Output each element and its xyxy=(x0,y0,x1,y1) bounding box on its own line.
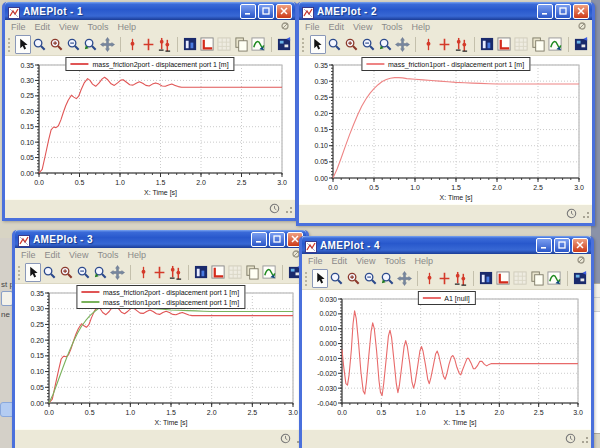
copy-icon[interactable] xyxy=(233,35,250,54)
pointer-tool-icon[interactable] xyxy=(25,263,41,282)
cursor-marker-icon[interactable] xyxy=(135,263,151,282)
close-button[interactable] xyxy=(276,4,292,19)
add-marker-icon[interactable] xyxy=(437,269,452,288)
grid-icon[interactable] xyxy=(216,35,233,54)
toolbar-handle[interactable] xyxy=(8,38,12,52)
menu-edit[interactable]: Edit xyxy=(329,22,345,32)
two-markers-icon[interactable] xyxy=(156,35,173,54)
export-curve-icon[interactable] xyxy=(261,263,278,282)
legend[interactable]: A1 [null] xyxy=(417,291,475,305)
linear-axis-icon[interactable] xyxy=(199,35,216,54)
menu-edit[interactable]: Edit xyxy=(35,22,51,32)
minimize-button[interactable] xyxy=(536,238,552,253)
pan-icon[interactable] xyxy=(394,35,411,54)
copy-icon[interactable] xyxy=(529,269,546,288)
close-button[interactable] xyxy=(572,238,588,253)
zoom-out-icon[interactable] xyxy=(362,269,379,288)
legend[interactable]: mass_friction2port - displacement port 1… xyxy=(76,285,245,309)
clock-icon[interactable] xyxy=(269,200,280,218)
add-marker-icon[interactable] xyxy=(151,263,167,282)
legend-entry[interactable]: mass_friction1port - displacement port 1… xyxy=(366,59,524,69)
titlebar[interactable]: AMEPlot - 4 xyxy=(302,236,591,254)
zoom-out-icon[interactable] xyxy=(360,35,377,54)
copy-icon[interactable] xyxy=(244,263,261,282)
menu-tools[interactable]: Tools xyxy=(381,22,402,32)
zoom-previous-icon[interactable] xyxy=(377,35,394,54)
menu-view[interactable]: View xyxy=(353,22,372,32)
menu-help[interactable]: Help xyxy=(414,256,433,266)
menu-file[interactable]: File xyxy=(308,256,323,266)
toolbar-handle[interactable] xyxy=(302,38,307,52)
menu-file[interactable]: File xyxy=(11,22,26,32)
menu-help[interactable]: Help xyxy=(411,22,430,32)
plot-setup-icon[interactable] xyxy=(193,263,210,282)
legend-entry[interactable]: mass_friction1port - displacement port 1… xyxy=(81,297,239,307)
close-button[interactable] xyxy=(573,4,589,19)
plot-manager-icon[interactable] xyxy=(572,269,589,288)
cursor-marker-icon[interactable] xyxy=(125,35,141,54)
add-marker-icon[interactable] xyxy=(141,35,157,54)
menu-help[interactable]: Help xyxy=(117,22,136,32)
menu-view[interactable]: View xyxy=(69,250,88,260)
pan-icon[interactable] xyxy=(99,35,116,54)
zoom-out-icon[interactable] xyxy=(75,263,92,282)
two-markers-icon[interactable] xyxy=(453,35,470,54)
menu-tools[interactable]: Tools xyxy=(97,250,118,260)
linear-axis-icon[interactable] xyxy=(496,35,513,54)
titlebar[interactable]: AMEPlot - 3 xyxy=(15,230,306,248)
plot-canvas[interactable]: 0.00.51.01.52.02.53.00.000.050.100.150.2… xyxy=(299,56,592,204)
zoom-previous-icon[interactable] xyxy=(379,269,396,288)
titlebar[interactable]: AMEPlot - 2 xyxy=(299,2,592,20)
zoom-in-icon[interactable] xyxy=(58,263,75,282)
menu-file[interactable]: File xyxy=(305,22,320,32)
zoom-previous-icon[interactable] xyxy=(82,35,99,54)
menu-help[interactable]: Help xyxy=(127,250,146,260)
legend-entry[interactable]: mass_friction2port - displacement port 1… xyxy=(81,287,239,297)
menu-edit[interactable]: Edit xyxy=(332,256,348,266)
pan-icon[interactable] xyxy=(396,269,413,288)
two-markers-icon[interactable] xyxy=(167,263,184,282)
zoom-tool-icon[interactable] xyxy=(328,269,345,288)
zoom-in-icon[interactable] xyxy=(48,35,65,54)
maximize-button[interactable] xyxy=(258,4,274,19)
legend[interactable]: mass_friction2port - displacement port 1… xyxy=(65,57,234,71)
menu-file[interactable]: File xyxy=(21,250,36,260)
clock-icon[interactable] xyxy=(565,430,576,448)
add-marker-icon[interactable] xyxy=(437,35,454,54)
plot-setup-icon[interactable] xyxy=(182,35,199,54)
clock-icon[interactable] xyxy=(566,205,577,223)
legend-entry[interactable]: A1 [null] xyxy=(422,293,469,303)
menu-edit[interactable]: Edit xyxy=(45,250,61,260)
two-markers-icon[interactable] xyxy=(452,269,469,288)
toolbar-handle[interactable] xyxy=(18,266,22,280)
plot-setup-icon[interactable] xyxy=(479,35,496,54)
plot-canvas[interactable]: 0.00.51.01.52.02.53.00.000.050.100.150.2… xyxy=(5,56,295,199)
legend[interactable]: mass_friction1port - displacement port 1… xyxy=(361,57,530,71)
export-curve-icon[interactable] xyxy=(546,269,563,288)
pan-icon[interactable] xyxy=(109,263,126,282)
zoom-in-icon[interactable] xyxy=(345,269,362,288)
pointer-tool-icon[interactable] xyxy=(312,269,327,288)
zoom-tool-icon[interactable] xyxy=(41,263,58,282)
plot-manager-icon[interactable] xyxy=(573,35,590,54)
linear-axis-icon[interactable] xyxy=(495,269,512,288)
minimize-button[interactable] xyxy=(537,4,553,19)
maximize-button[interactable] xyxy=(269,232,285,247)
zoom-in-icon[interactable] xyxy=(343,35,360,54)
plot-canvas[interactable]: 0.00.51.01.52.02.53.0-0.040-0.030-0.020-… xyxy=(302,290,591,429)
export-curve-icon[interactable] xyxy=(547,35,564,54)
pointer-tool-icon[interactable] xyxy=(15,35,31,54)
pointer-tool-icon[interactable] xyxy=(310,35,327,54)
grid-icon[interactable] xyxy=(227,263,244,282)
resize-grip[interactable] xyxy=(580,430,589,448)
toolbar-handle[interactable] xyxy=(305,272,309,286)
grid-icon[interactable] xyxy=(512,269,529,288)
maximize-button[interactable] xyxy=(555,4,571,19)
plot-canvas[interactable]: 0.00.51.01.52.02.53.00.000.050.100.150.2… xyxy=(15,284,306,429)
linear-axis-icon[interactable] xyxy=(210,263,227,282)
plot-setup-icon[interactable] xyxy=(478,269,495,288)
cursor-marker-icon[interactable] xyxy=(422,269,437,288)
maximize-button[interactable] xyxy=(554,238,570,253)
legend-entry[interactable]: mass_friction2port - displacement port 1… xyxy=(70,59,228,69)
minimize-button[interactable] xyxy=(240,4,256,19)
